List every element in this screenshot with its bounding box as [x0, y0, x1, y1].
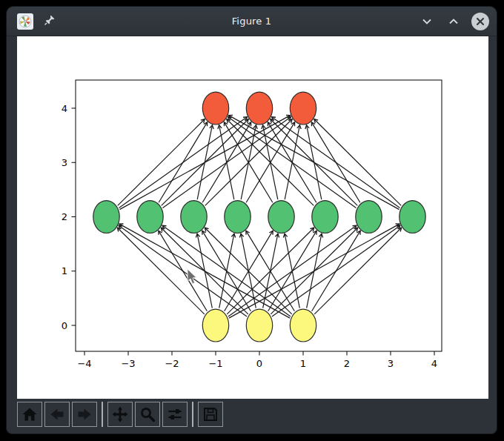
- connection-arrow: [117, 228, 204, 314]
- connection-arrow: [119, 225, 247, 316]
- back-arrow-icon: [49, 406, 65, 422]
- y-tick-label: 1: [62, 265, 67, 276]
- pin-icon[interactable]: [44, 14, 56, 29]
- connection-arrow: [118, 119, 205, 206]
- connection-arrow: [312, 231, 360, 311]
- matplotlib-logo-icon: [19, 15, 32, 28]
- home-button[interactable]: [17, 402, 42, 427]
- y-tick-label: 3: [62, 157, 67, 168]
- x-tick-label: 3: [388, 358, 394, 369]
- x-tick-label: −2: [165, 358, 179, 369]
- forward-arrow-icon: [76, 406, 93, 422]
- configure-subplots-button[interactable]: [162, 402, 188, 427]
- connection-arrow: [228, 116, 399, 210]
- network-node: [246, 309, 272, 342]
- network-node: [202, 309, 228, 342]
- window-controls: [418, 13, 489, 30]
- figure-window: Figure 1 −4−3−2−10123401234: [6, 6, 497, 434]
- connection-arrow: [119, 224, 290, 318]
- save-floppy-icon: [202, 406, 219, 422]
- connection-arrow: [159, 122, 207, 202]
- toolbar-separator: [102, 402, 103, 427]
- x-tick-label: 4: [431, 358, 437, 369]
- toolbar-separator: [192, 402, 193, 427]
- connection-arrow: [314, 119, 401, 206]
- network-node: [268, 201, 294, 233]
- network-node: [225, 201, 251, 233]
- input-layer: [202, 309, 316, 342]
- chevron-up-icon: [448, 16, 459, 27]
- x-tick-label: −3: [121, 358, 135, 369]
- hidden-layer: [93, 201, 425, 233]
- y-tick-label: 4: [62, 103, 67, 114]
- connection-arrow: [205, 228, 291, 314]
- network-plot: −4−3−2−10123401234: [17, 36, 488, 399]
- connection-arrow: [307, 233, 322, 308]
- x-tick-label: 1: [300, 358, 306, 369]
- magnifier-icon: [139, 406, 156, 422]
- save-button[interactable]: [198, 402, 223, 427]
- network-node: [399, 201, 425, 233]
- network-node: [312, 201, 338, 233]
- network-node: [137, 201, 163, 233]
- close-icon: [476, 17, 485, 26]
- connection-arrow: [228, 117, 357, 208]
- network-node: [290, 309, 316, 342]
- maximize-button[interactable]: [445, 13, 462, 30]
- close-button[interactable]: [471, 13, 489, 30]
- network-node: [202, 92, 228, 125]
- y-tick-label: 0: [62, 320, 67, 331]
- home-icon: [21, 406, 38, 422]
- chevron-down-icon: [422, 16, 432, 27]
- y-tick-label: 2: [62, 211, 67, 222]
- network-node: [93, 201, 119, 233]
- x-tick-label: 2: [344, 358, 350, 369]
- zoom-button[interactable]: [135, 402, 160, 427]
- forward-button[interactable]: [72, 402, 97, 427]
- connection-arrow: [227, 119, 314, 206]
- matplotlib-app-icon[interactable]: [17, 13, 33, 30]
- sliders-icon: [167, 406, 183, 422]
- back-button[interactable]: [44, 402, 70, 427]
- figure-canvas[interactable]: −4−3−2−10123401234: [17, 36, 488, 399]
- minimize-button[interactable]: [418, 13, 436, 30]
- network-node: [356, 201, 382, 233]
- connection-arrow: [314, 228, 401, 314]
- plot-toolbar: [17, 399, 486, 430]
- network-node: [290, 92, 316, 125]
- connection-arrow: [197, 125, 212, 199]
- connection-arrow: [224, 122, 272, 202]
- output-layer: [202, 92, 316, 125]
- connection-arrow: [162, 225, 291, 316]
- pan-button[interactable]: [107, 402, 133, 427]
- network-node: [181, 201, 207, 233]
- x-tick-label: −4: [77, 358, 91, 369]
- connection-arrow: [285, 233, 299, 308]
- network-node: [246, 92, 272, 125]
- x-tick-label: 0: [256, 358, 262, 369]
- x-tick-label: −1: [208, 358, 222, 369]
- pan-move-icon: [112, 406, 128, 422]
- titlebar[interactable]: Figure 1: [7, 7, 497, 36]
- connection-arrow: [219, 125, 234, 199]
- connection-arrow: [272, 117, 400, 208]
